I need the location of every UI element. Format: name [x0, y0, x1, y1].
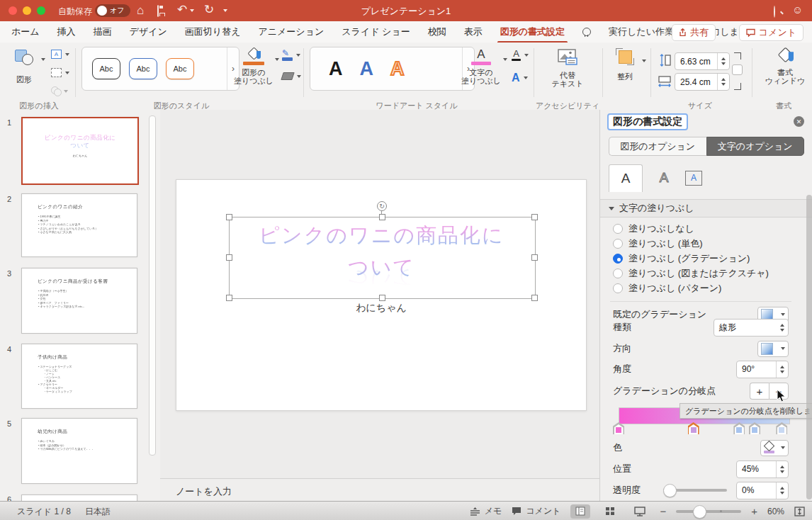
tab-text-options[interactable]: 文字のオプション	[706, 137, 805, 156]
gradient-stop-2-selected[interactable]	[688, 422, 699, 434]
transparency-stepper[interactable]	[776, 482, 788, 499]
zoom-slider[interactable]	[676, 510, 741, 513]
shape-style-black[interactable]: Abc	[92, 58, 120, 79]
account-smiley-icon[interactable]: ☺	[792, 4, 803, 16]
option-gradient-fill[interactable]: 塗りつぶし (グラデーション)	[613, 251, 750, 266]
tab-shape-options[interactable]: 図形のオプション	[609, 137, 706, 156]
shape-height-stepper[interactable]	[717, 53, 729, 69]
tab-animations[interactable]: アニメーション	[258, 26, 324, 38]
position-stepper[interactable]	[776, 461, 788, 477]
slide-2-thumbnail[interactable]: ピンクのワニの紹介 • 1995年春に誕生 • 男の子 • ツチノコといわれたこ…	[21, 193, 137, 257]
shape-fill-chevron[interactable]	[275, 58, 279, 61]
tab-shape-format[interactable]: 図形の書式設定	[500, 26, 565, 38]
direction-swatch-icon	[761, 343, 773, 355]
gradient-stop-5[interactable]	[776, 422, 787, 434]
rotate-handle[interactable]: ↻	[377, 201, 387, 211]
transparency-slider-knob[interactable]	[663, 484, 677, 497]
slide-6-thumbnail[interactable]: その他。。。	[21, 494, 137, 501]
text-box-button[interactable]: A	[51, 50, 69, 59]
shape-width-stepper[interactable]	[717, 74, 729, 90]
zoom-in-icon[interactable]: +	[751, 505, 757, 517]
tab-transitions[interactable]: 画面切り替え	[185, 26, 241, 38]
zoom-slider-knob[interactable]	[693, 505, 706, 519]
notes-toggle-button[interactable]: メモ	[470, 505, 502, 517]
gradient-stop-3[interactable]	[733, 422, 745, 434]
normal-view-button[interactable]	[570, 504, 590, 519]
slide-canvas[interactable]: ↻ ピンクのワニの商品化に ついて わにちゃん	[176, 179, 587, 411]
option-picture-fill[interactable]: 塗りつぶし (図またはテクスチャ)	[613, 266, 769, 281]
shape-width-field[interactable]: 25.4 cm	[675, 73, 730, 91]
comments-toggle-button[interactable]: コメント	[512, 505, 560, 517]
subtab-text-effects[interactable]: A	[650, 164, 678, 191]
transparency-field[interactable]: 0%	[736, 482, 789, 499]
shape-effects-button[interactable]	[282, 72, 301, 80]
format-pane-button[interactable]: 書式ウィンドウ	[764, 48, 806, 85]
comments-button[interactable]: コメント	[739, 24, 803, 41]
slide-4-thumbnail[interactable]: 子供向け商品 • ステーショナリーグッズ ・けしごむ ・ノート ・ペンケース ・…	[21, 344, 137, 409]
direction-dropdown[interactable]	[757, 341, 789, 357]
pane-scrollbar[interactable]	[806, 195, 812, 499]
shape-height-field[interactable]: 6.63 cm	[675, 52, 730, 70]
tab-insert[interactable]: 挿入	[57, 26, 76, 38]
arrange-chevron[interactable]	[642, 60, 646, 62]
shape-style-blue[interactable]: Abc	[129, 58, 157, 79]
tab-home[interactable]: ホーム	[11, 26, 40, 38]
position-field[interactable]: 45%	[736, 460, 789, 478]
section-text-fill[interactable]: 文字の塗りつぶし	[600, 199, 812, 217]
option-no-fill[interactable]: 塗りつぶしなし	[613, 222, 694, 236]
language-indicator[interactable]: 日本語	[85, 506, 111, 518]
text-fill-chevron[interactable]	[503, 58, 507, 61]
search-icon[interactable]	[774, 6, 775, 18]
tab-view[interactable]: 表示	[464, 26, 483, 38]
tab-design[interactable]: デザイン	[130, 26, 167, 38]
merge-shapes-button[interactable]	[51, 86, 68, 96]
wordart-orange[interactable]: A	[390, 60, 405, 79]
gradient-stop-4[interactable]	[749, 422, 760, 434]
zoom-out-icon[interactable]: −	[660, 505, 666, 517]
transparency-slider[interactable]	[663, 489, 727, 492]
lock-aspect-checkbox[interactable]	[732, 64, 743, 75]
handle-bottom-left[interactable]	[226, 295, 232, 301]
type-dropdown[interactable]: 線形	[714, 319, 789, 337]
angle-stepper[interactable]	[776, 361, 788, 378]
edit-shape-button[interactable]	[51, 68, 69, 77]
slideshow-view-button[interactable]	[630, 504, 650, 519]
insert-shape-button[interactable]: 図形	[9, 48, 40, 84]
slide-subtitle-text[interactable]: わにちゃん	[176, 302, 586, 315]
handle-bottom-right[interactable]	[531, 295, 538, 301]
fit-to-window-icon[interactable]	[794, 507, 805, 516]
subtab-textbox[interactable]: A	[680, 164, 708, 191]
slide-5-thumbnail[interactable]: 幼児向け商品 • ぬいぐるみ • 絵本（読み聞かせ） • その他玩具にピンクのワ…	[21, 418, 137, 484]
alt-text-button[interactable]: 代替テキスト	[543, 48, 592, 88]
wordart-blue[interactable]: A	[360, 60, 374, 79]
close-pane-icon[interactable]: ✕	[794, 116, 804, 127]
wordart-black[interactable]: A	[329, 60, 343, 79]
option-pattern-fill[interactable]: 塗りつぶし (パターン)	[613, 281, 721, 295]
text-fill-button[interactable]: A 文字の塗りつぶし	[461, 48, 502, 85]
share-button[interactable]: 共有	[672, 24, 716, 41]
notes-area[interactable]: ノートを入力	[160, 478, 599, 502]
thumbnail-scrollbar[interactable]	[149, 115, 156, 456]
angle-field[interactable]: 90°	[736, 361, 789, 378]
handle-bottom-center[interactable]	[379, 295, 385, 301]
add-gradient-stop-button[interactable]: +	[750, 383, 769, 400]
text-outline-button[interactable]: A	[512, 50, 529, 61]
option-solid-fill[interactable]: 塗りつぶし (単色)	[613, 237, 703, 251]
text-effects-button[interactable]: A	[512, 72, 528, 84]
arrange-button[interactable]: 整列	[609, 48, 641, 81]
tab-slideshow[interactable]: スライド ショー	[342, 26, 410, 38]
slide-1-thumbnail[interactable]: ピンクのワニの商品化について わにちゃん	[21, 117, 139, 185]
zoom-level[interactable]: 60%	[767, 507, 784, 516]
stop-color-dropdown[interactable]	[760, 440, 789, 456]
shape-style-orange[interactable]: Abc	[166, 58, 194, 79]
shape-fill-button[interactable]: 図形の塗りつぶし	[234, 48, 274, 85]
subtab-text-fill[interactable]: A	[609, 164, 643, 192]
shape-outline-button[interactable]: ✎	[282, 50, 300, 61]
shapes-chevron[interactable]	[41, 58, 45, 61]
slide-title-text[interactable]: ピンクのワニの商品化に ついて	[229, 220, 534, 283]
tab-review[interactable]: 校閲	[428, 26, 446, 38]
tab-draw[interactable]: 描画	[94, 26, 112, 38]
slide-sorter-view-button[interactable]	[600, 504, 620, 519]
slide-3-thumbnail[interactable]: ピンクのワニ商品が受ける客層 • 子供向け（〜小学生） • 乳幼児 • 女性 •…	[21, 268, 137, 334]
gradient-stop-1[interactable]	[613, 422, 624, 434]
